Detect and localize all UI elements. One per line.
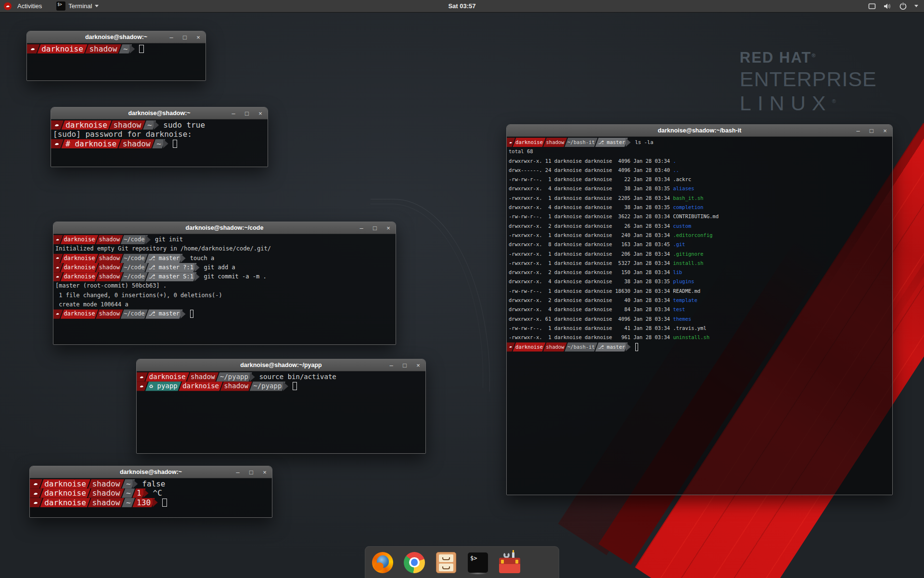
dropdown-caret-icon[interactable] — [914, 5, 918, 7]
user-segment: darknoise — [61, 254, 98, 263]
maximize-button[interactable]: □ — [372, 225, 378, 231]
window-titlebar[interactable]: darknoise@shadow:~ – □ × — [30, 466, 272, 478]
window-titlebar[interactable]: darknoise@shadow:~/code – □ × — [53, 222, 396, 234]
file-meta: -rw-rw-r--. 1 darknoise darknoise 18630 … — [509, 288, 673, 294]
file-name: .travis.yml — [673, 325, 706, 331]
dock-item-terminal[interactable]: $> — [467, 552, 489, 574]
user-segment: darknoise — [61, 272, 98, 281]
close-button[interactable]: × — [195, 34, 202, 40]
path-segment: ~ — [122, 498, 135, 507]
close-button[interactable]: × — [261, 469, 268, 475]
path-segment: ~/code — [121, 254, 148, 263]
prompt-arrow-icon — [180, 254, 186, 263]
dock-item-chrome[interactable] — [403, 552, 425, 574]
terminal-line: darknoiseshadow~/code⎇ master — [53, 309, 395, 318]
maximize-button[interactable]: □ — [248, 469, 255, 475]
prompt-arrow-icon — [626, 138, 631, 147]
prompt-arrow-icon — [180, 309, 186, 318]
redhat-icon — [30, 488, 42, 498]
git-branch-segment: ⎇ master — [145, 309, 183, 318]
terminal-line: darknoiseshadow~/bash-it⎇ master — [507, 342, 891, 352]
command-text: ls -la — [635, 139, 654, 145]
terminal-content[interactable]: darknoiseshadow~/bash-it⎇ masterls -lato… — [507, 137, 892, 495]
file-name: .ackrc — [673, 176, 691, 182]
terminal-line: -rwxrwxr-x. 1 darknoise darknoise 2205 J… — [507, 194, 891, 203]
dock-item-toolbox[interactable] — [499, 552, 521, 574]
display-icon[interactable] — [868, 3, 876, 10]
terminal-line: darknoiseshadow~130 — [30, 498, 271, 507]
host-segment: shadow — [96, 254, 123, 263]
volume-icon[interactable] — [884, 3, 892, 10]
power-icon[interactable] — [899, 2, 907, 10]
dock-item-firefox[interactable] — [372, 552, 394, 574]
exit-status-segment: 130 — [132, 498, 155, 507]
file-meta: -rw-rw-r--. 1 darknoise darknoise 41 Jan… — [509, 325, 673, 331]
window-titlebar[interactable]: darknoise@shadow:~ – □ × — [27, 31, 205, 43]
terminal-window-exit-codes: darknoise@shadow:~ – □ × darknoiseshadow… — [29, 466, 272, 518]
files-icon — [436, 552, 456, 573]
close-button[interactable]: × — [257, 110, 264, 117]
minimize-button[interactable]: – — [388, 362, 395, 368]
dock-item-files[interactable] — [435, 552, 457, 574]
redhat-logo-icon — [4, 2, 12, 10]
host-segment: shadow — [96, 272, 123, 281]
file-name: install.sh — [673, 260, 703, 266]
window-titlebar[interactable]: darknoise@shadow:~ – □ × — [51, 107, 268, 119]
close-button[interactable]: × — [385, 225, 392, 231]
user-segment: darknoise — [61, 120, 111, 130]
prompt-arrow-icon — [143, 488, 149, 498]
terminal-cursor — [173, 140, 178, 148]
file-name: README.md — [673, 288, 700, 294]
git-branch-segment: ⎇ master ?:1 — [145, 263, 197, 272]
prompt-arrow-icon — [154, 120, 159, 130]
redhat-icon — [30, 498, 42, 507]
terminal-line: total 68 — [507, 147, 891, 156]
window-title: darknoise@shadow:~ — [85, 34, 147, 40]
prompt-arrow-icon — [132, 479, 138, 488]
path-segment: ~/pyapp — [216, 372, 252, 381]
minimize-button[interactable]: – — [358, 225, 365, 231]
command-text: sudo true — [163, 120, 205, 130]
path-segment: ~/pyapp — [250, 381, 285, 391]
maximize-button[interactable]: □ — [401, 362, 408, 368]
terminal-content[interactable]: darknoiseshadow~/pyappsource bin/activat… — [137, 371, 425, 453]
chevron-down-icon — [95, 5, 99, 7]
maximize-button[interactable]: □ — [868, 128, 875, 134]
close-button[interactable]: × — [882, 128, 888, 134]
file-meta: drwxrwxr-x. 61 darknoise darknoise 4096 … — [509, 316, 673, 322]
terminal-content[interactable]: darknoiseshadow~sudo true[sudo] password… — [51, 119, 268, 167]
host-segment: shadow — [187, 372, 218, 381]
close-button[interactable]: × — [415, 362, 422, 368]
minimize-button[interactable]: – — [234, 469, 241, 475]
terminal-content[interactable]: darknoiseshadow~/codegit initInitialized… — [53, 234, 396, 344]
user-segment: darknoise — [145, 372, 189, 381]
host-segment: shadow — [96, 235, 123, 244]
host-segment: shadow — [543, 138, 567, 147]
minimize-button[interactable]: – — [855, 128, 861, 134]
file-meta: -rwxrwxr-x. 1 darknoise darknoise 240 Ja… — [509, 232, 673, 238]
command-text: false — [142, 479, 165, 488]
window-titlebar[interactable]: darknoise@shadow:~/pyapp – □ × — [137, 359, 425, 371]
terminal-line: darknoiseshadow~/code⎇ master ?:1git add… — [53, 263, 395, 272]
brand-linux: LINUX® — [740, 92, 877, 115]
maximize-button[interactable]: □ — [244, 110, 250, 117]
activities-button[interactable]: Activities — [15, 0, 44, 12]
prompt-arrow-icon — [153, 498, 158, 507]
host-segment: shadow — [88, 479, 124, 488]
terminal-content[interactable]: darknoiseshadow~falsedarknoiseshadow~1^C… — [30, 478, 272, 517]
clock[interactable]: Sat 03:57 — [448, 2, 475, 10]
terminal-content[interactable]: darknoiseshadow~ — [27, 43, 205, 80]
dock-item-app-grid[interactable] — [530, 552, 552, 574]
minimize-button[interactable]: – — [168, 34, 175, 40]
window-titlebar[interactable]: darknoise@shadow:~/bash-it – □ × — [507, 125, 892, 137]
terminal-line: -rw-rw-r--. 1 darknoise darknoise 18630 … — [507, 287, 891, 296]
user-segment: darknoise — [61, 235, 98, 244]
git-branch-segment: ⎇ master S:1 — [145, 272, 197, 281]
file-meta: drwxrwxr-x. 4 darknoise darknoise 38 Jan… — [509, 204, 673, 210]
host-segment: shadow — [118, 139, 154, 148]
app-menu-terminal[interactable]: $> Terminal — [56, 1, 99, 11]
minimize-button[interactable]: – — [230, 110, 237, 117]
terminal-line: darknoiseshadow~/bash-it⎇ masterls -la — [507, 138, 891, 147]
maximize-button[interactable]: □ — [181, 34, 188, 40]
prompt-arrow-icon — [626, 342, 631, 352]
